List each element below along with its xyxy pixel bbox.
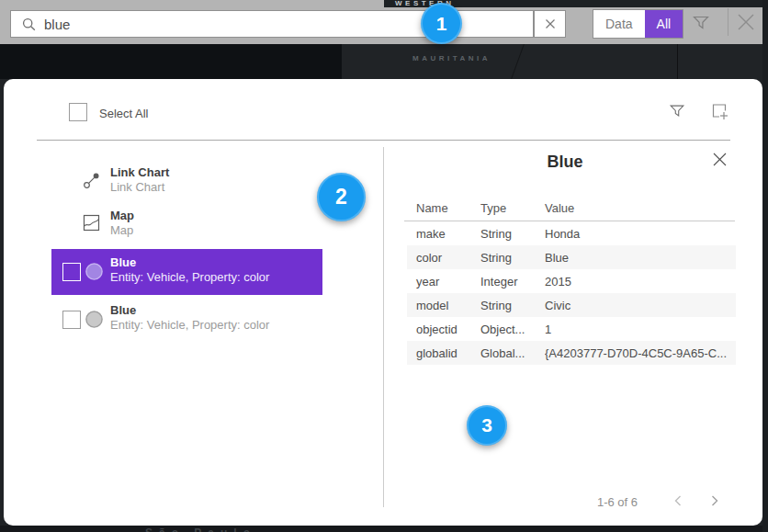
chevron-left-icon bbox=[672, 494, 683, 507]
list-details-divider bbox=[383, 147, 384, 507]
cell-value: 2015 bbox=[545, 275, 736, 289]
toolbar-close-button[interactable] bbox=[734, 10, 758, 38]
entity-circle-icon bbox=[85, 262, 104, 285]
clear-search-button[interactable] bbox=[534, 10, 566, 38]
close-icon bbox=[734, 10, 758, 34]
column-header-type: Type bbox=[480, 201, 506, 215]
map-label-bottom: São Paulo bbox=[145, 526, 256, 532]
cell-type: String bbox=[480, 251, 545, 265]
search-icon bbox=[22, 17, 36, 31]
select-all-label: Select All bbox=[99, 107, 148, 120]
cell-name: model bbox=[416, 299, 480, 312]
callout-badge-1: 1 bbox=[421, 3, 462, 44]
pagination-next-button[interactable] bbox=[709, 494, 720, 511]
result-title: Blue bbox=[110, 303, 269, 318]
table-row: year Integer 2015 bbox=[407, 269, 736, 293]
cell-value: {A4203777-D70D-4C5C-9A65-C... bbox=[545, 346, 736, 360]
pagination-prev-button[interactable] bbox=[672, 494, 683, 511]
result-title: Blue bbox=[110, 255, 269, 270]
pagination-range: 1-6 of 6 bbox=[514, 495, 638, 509]
details-close-button[interactable] bbox=[712, 152, 728, 171]
column-header-value: Value bbox=[545, 201, 574, 215]
map-right-edge bbox=[762, 0, 768, 532]
cell-name: color bbox=[416, 251, 480, 265]
funnel-icon bbox=[691, 12, 711, 32]
table-row: color String Blue bbox=[407, 245, 736, 269]
cell-name: globalid bbox=[416, 346, 480, 360]
result-subtitle: Entity: Vehicle, Property: color bbox=[110, 318, 269, 333]
toolbar-filter-button[interactable] bbox=[691, 12, 711, 36]
map-label-mauritania: MAURITANIA bbox=[412, 54, 491, 62]
funnel-icon bbox=[668, 102, 686, 120]
search-scope-toggle: Data All bbox=[593, 9, 683, 39]
cell-type: Integer bbox=[480, 275, 545, 289]
cell-value: Civic bbox=[545, 299, 736, 312]
map-boundary-line bbox=[677, 44, 678, 79]
clear-icon bbox=[545, 18, 556, 29]
result-item-blue-selected[interactable]: Blue Entity: Vehicle, Property: color bbox=[51, 249, 322, 295]
callout-badge-2: 2 bbox=[317, 173, 366, 221]
cell-value: Honda bbox=[545, 227, 736, 241]
select-all-checkbox[interactable] bbox=[69, 103, 87, 121]
table-row: model String Civic bbox=[407, 293, 736, 317]
chevron-right-icon bbox=[709, 494, 720, 507]
add-selection-icon bbox=[710, 102, 730, 122]
result-subtitle: Map bbox=[110, 223, 134, 238]
scope-option-all[interactable]: All bbox=[645, 10, 683, 38]
cell-value: 1 bbox=[545, 323, 736, 336]
cell-name: objectid bbox=[416, 323, 480, 336]
entity-circle-icon bbox=[85, 310, 104, 333]
cell-name: year bbox=[416, 275, 480, 289]
result-title: Link Chart bbox=[110, 165, 169, 180]
results-filter-button[interactable] bbox=[668, 102, 686, 124]
cell-type: String bbox=[480, 227, 545, 241]
map-ocean-region bbox=[0, 44, 342, 79]
result-checkbox[interactable] bbox=[62, 311, 81, 329]
search-results-panel: Select All Li bbox=[4, 79, 762, 526]
table-row: objectid Object... 1 bbox=[407, 317, 736, 341]
result-checkbox[interactable] bbox=[62, 263, 81, 281]
column-header-name: Name bbox=[416, 201, 448, 215]
result-item-link-chart[interactable]: Link Chart Link Chart bbox=[51, 162, 322, 202]
link-chart-icon bbox=[83, 171, 101, 193]
app-screen: MAURITANIA WESTERN São Paulo Data All bbox=[0, 0, 768, 532]
result-subtitle: Link Chart bbox=[110, 180, 169, 195]
attribute-table: make String Honda color String Blue year… bbox=[407, 221, 736, 365]
callout-badge-3: 3 bbox=[467, 405, 507, 446]
table-row: make String Honda bbox=[407, 221, 736, 245]
result-item-blue[interactable]: Blue Entity: Vehicle, Property: color bbox=[51, 300, 322, 340]
result-item-map[interactable]: Map Map bbox=[51, 205, 322, 245]
result-title: Map bbox=[110, 209, 134, 223]
cell-value: Blue bbox=[545, 251, 736, 265]
add-to-selection-button[interactable] bbox=[710, 102, 730, 126]
scope-option-data[interactable]: Data bbox=[593, 10, 645, 38]
toolbar-divider bbox=[728, 8, 728, 36]
cell-name: make bbox=[416, 227, 480, 241]
cell-type: String bbox=[480, 299, 545, 312]
map-bottom-strip: São Paulo bbox=[0, 526, 768, 532]
map-boundary-line bbox=[509, 40, 525, 83]
cell-type: Object... bbox=[480, 323, 545, 336]
map-icon bbox=[83, 214, 100, 235]
cell-type: Global... bbox=[480, 346, 545, 360]
close-icon bbox=[712, 152, 728, 167]
table-row: globalid Global... {A4203777-D70D-4C5C-9… bbox=[407, 341, 736, 365]
details-title: Blue bbox=[404, 153, 726, 172]
panel-header-divider bbox=[37, 140, 730, 141]
result-subtitle: Entity: Vehicle, Property: color bbox=[110, 270, 269, 285]
